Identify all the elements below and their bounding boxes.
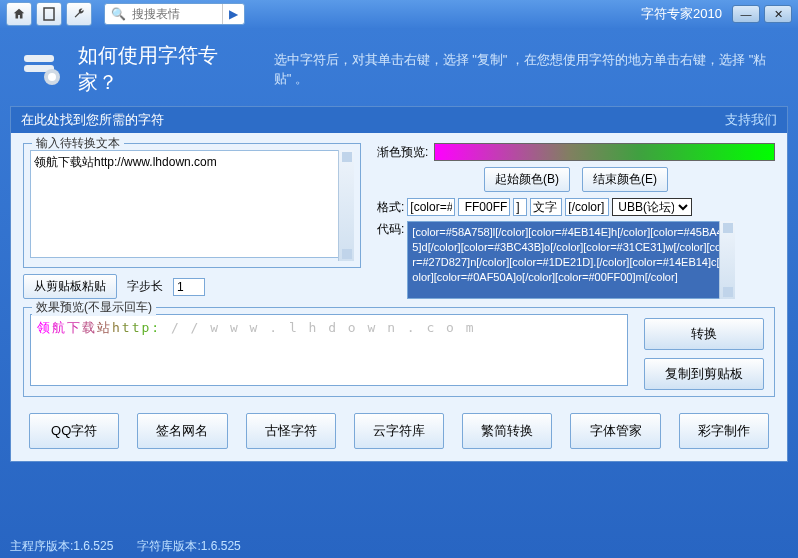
gradient-label: 渐色预览: <box>377 144 428 161</box>
app-title: 字符专家2010 <box>245 5 732 23</box>
settings-button[interactable] <box>66 2 92 26</box>
doc-button[interactable] <box>36 2 62 26</box>
tab-weird-chars[interactable]: 古怪字符 <box>246 413 336 449</box>
search-icon: 🔍 <box>105 7 132 21</box>
tab-cloud-lib[interactable]: 云字符库 <box>354 413 444 449</box>
step-label: 字步长 <box>127 278 163 295</box>
format-part3[interactable] <box>513 198 527 216</box>
minimize-button[interactable]: — <box>732 5 760 23</box>
format-select[interactable]: UBB(论坛) <box>612 198 692 216</box>
format-text[interactable] <box>530 198 562 216</box>
format-part5[interactable] <box>565 198 609 216</box>
document-icon <box>43 7 55 21</box>
tab-font-manager[interactable]: 字体管家 <box>570 413 660 449</box>
format-part1[interactable] <box>407 198 455 216</box>
search-box: 🔍 ▶ <box>104 3 245 25</box>
status-lib-version: 字符库版本:1.6.525 <box>137 538 240 555</box>
wrench-icon <box>72 7 86 21</box>
banner-icon <box>22 51 64 87</box>
code-output[interactable]: [color=#58A758]l[/color][color=#4EB14E]h… <box>407 221 735 299</box>
status-main-version: 主程序版本:1.6.525 <box>10 538 113 555</box>
paste-button[interactable]: 从剪贴板粘贴 <box>23 274 117 299</box>
convert-button[interactable]: 转换 <box>644 318 764 350</box>
code-label: 代码: <box>377 221 404 238</box>
scrollbar[interactable] <box>719 221 735 299</box>
banner-title: 如何使用字符专家？ <box>78 42 250 96</box>
home-button[interactable] <box>6 2 32 26</box>
format-label: 格式: <box>377 199 404 216</box>
support-link[interactable]: 支持我们 <box>725 111 777 129</box>
scrollbar[interactable] <box>338 150 354 261</box>
copy-button[interactable]: 复制到剪贴板 <box>644 358 764 390</box>
tab-color-text[interactable]: 彩字制作 <box>679 413 769 449</box>
tab-signature[interactable]: 签名网名 <box>137 413 227 449</box>
search-input[interactable] <box>132 5 222 23</box>
preview-label: 效果预览(不显示回车) <box>32 299 156 316</box>
panel-heading: 在此处找到您所需的字符 <box>21 111 164 129</box>
preview-output: 领航下载站http: / / w w w . l h d o w n . c o… <box>30 314 628 386</box>
step-input[interactable] <box>173 278 205 296</box>
banner-description: 选中字符后，对其单击右键，选择 "复制" ，在您想使用字符的地方单击右键，选择 … <box>274 50 776 89</box>
end-color-button[interactable]: 结束颜色(E) <box>582 167 668 192</box>
tab-qq-chars[interactable]: QQ字符 <box>29 413 119 449</box>
svg-rect-0 <box>44 8 54 20</box>
format-color[interactable] <box>458 198 510 216</box>
search-go-button[interactable]: ▶ <box>222 4 244 24</box>
input-textarea[interactable]: 领航下载站http://www.lhdown.com <box>30 150 354 258</box>
home-icon <box>12 7 26 21</box>
close-button[interactable]: ✕ <box>764 5 792 23</box>
gradient-preview <box>434 143 775 161</box>
tab-trad-simp[interactable]: 繁简转换 <box>462 413 552 449</box>
svg-point-4 <box>48 73 56 81</box>
start-color-button[interactable]: 起始颜色(B) <box>484 167 570 192</box>
svg-rect-1 <box>24 55 54 62</box>
